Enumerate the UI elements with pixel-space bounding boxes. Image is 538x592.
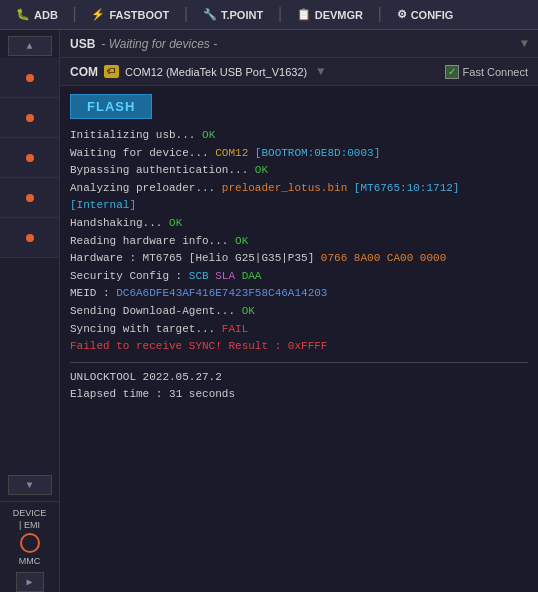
log-daa: DAA [235,270,261,282]
sidebar-scroll-down[interactable]: ▼ [8,475,52,495]
sidebar-item-3[interactable] [0,138,59,178]
log-waiting-text: Waiting for device... [70,147,215,159]
log-meid-value: DC6A6DFE43AF416E7423F58C46A14203 [116,287,327,299]
log-sending-text: Sending Download-Agent... [70,305,242,317]
usb-dropdown-arrow[interactable]: ▼ [521,37,528,51]
adb-icon: 🐛 [16,8,30,21]
devmgr-icon: 📋 [297,8,311,21]
log-line-11: Syncing with target... FAIL [70,321,528,339]
log-meid-text: MEID : [70,287,116,299]
main-layout: ▲ ▼ DEVICE | EMI MMC ▶ USB - Waiting for… [0,30,538,592]
log-fail-message: Failed to receive SYNC! Result : 0xFFFF [70,340,327,352]
sidebar-mmc-label: MMC [4,556,55,566]
log-reading-ok: OK [235,235,248,247]
log-syncing-fail: FAIL [222,323,248,335]
log-tool-version: UNLOCKTOOL 2022.05.27.2 [70,369,528,387]
log-bypass-ok: OK [255,164,268,176]
usb-label: USB [70,37,95,51]
sidebar-device-label: DEVICE [4,508,55,518]
com-icon: 🏷 [104,65,119,78]
flash-button[interactable]: FLASH [70,94,152,119]
log-line-12: Failed to receive SYNC! Result : 0xFFFF [70,338,528,356]
sidebar-items [0,58,59,473]
toolbar-fastboot[interactable]: ⚡ FASTBOOT [83,6,177,23]
sidebar-scroll-up[interactable]: ▲ [8,36,52,56]
config-icon: ⚙ [397,8,407,21]
emi-indicator [20,533,40,553]
fastboot-label: FASTBOOT [109,9,169,21]
tpoint-label: T.POINT [221,9,263,21]
sep-1: | [70,6,80,24]
log-line-2: Waiting for device... COM12 [BOOTROM:0E8… [70,145,528,163]
toolbar-devmgr[interactable]: 📋 DEVMGR [289,6,371,23]
log-line-10: Sending Download-Agent... OK [70,303,528,321]
log-init-text: Initializing usb... [70,129,202,141]
log-hardware-codes: 0766 8A00 CA00 0000 [321,252,446,264]
sidebar-dot-1 [26,74,34,82]
log-line-8: Security Config : SCB SLA DAA [70,268,528,286]
sidebar: ▲ ▼ DEVICE | EMI MMC ▶ [0,30,60,592]
usb-row: USB - Waiting for devices - ▼ [60,30,538,58]
log-bootrom: [BOOTROM:0E8D:0003] [248,147,380,159]
sep-2: | [181,6,191,24]
sidebar-item-5[interactable] [0,218,59,258]
sidebar-item-1[interactable] [0,58,59,98]
com-row: COM 🏷 COM12 (MediaTek USB Port_V1632) ▼ … [60,58,538,86]
log-divider [70,362,528,363]
fast-connect-label: Fast Connect [463,66,528,78]
log-preloader-bin: preloader_lotus.bin [222,182,347,194]
log-hardware-text: Hardware : MT6765 [Helio G25|G35|P35] [70,252,321,264]
adb-label: ADB [34,9,58,21]
com-label: COM [70,65,98,79]
usb-status: - Waiting for devices - [101,37,217,51]
log-line-7: Hardware : MT6765 [Helio G25|G35|P35] 07… [70,250,528,268]
sidebar-expand-button[interactable]: ▶ [16,572,44,592]
log-line-9: MEID : DC6A6DFE43AF416E7423F58C46A14203 [70,285,528,303]
toolbar-tpoint[interactable]: 🔧 T.POINT [195,6,271,23]
log-elapsed: Elapsed time : 31 seconds [70,386,528,404]
com-port-value: COM12 (MediaTek USB Port_V1632) [125,66,307,78]
sidebar-item-4[interactable] [0,178,59,218]
tpoint-icon: 🔧 [203,8,217,21]
log-scb: SCB [189,270,209,282]
toolbar-config[interactable]: ⚙ CONFIG [389,6,462,23]
fast-connect-container: ✓ Fast Connect [445,65,528,79]
log-area: Initializing usb... OK Waiting for devic… [60,123,538,592]
toolbar: 🐛 ADB | ⚡ FASTBOOT | 🔧 T.POINT | 📋 DEVMG… [0,0,538,30]
sidebar-dot-2 [26,114,34,122]
sep-3: | [275,6,285,24]
log-sla: SLA [209,270,235,282]
log-analyzing-text: Analyzing preloader... [70,182,222,194]
log-handshaking-text: Handshaking... [70,217,169,229]
content-area: USB - Waiting for devices - ▼ COM 🏷 COM1… [60,30,538,592]
log-syncing-text: Syncing with target... [70,323,222,335]
sidebar-dot-5 [26,234,34,242]
log-security-text: Security Config : [70,270,189,282]
sidebar-item-2[interactable] [0,98,59,138]
log-line-4: Analyzing preloader... preloader_lotus.b… [70,180,528,215]
log-sending-ok: OK [242,305,255,317]
log-line-5: Handshaking... OK [70,215,528,233]
fast-connect-checkbox[interactable]: ✓ [445,65,459,79]
log-bypass-text: Bypassing authentication... [70,164,255,176]
log-line-3: Bypassing authentication... OK [70,162,528,180]
log-reading-text: Reading hardware info... [70,235,235,247]
toolbar-adb[interactable]: 🐛 ADB [8,6,66,23]
com-dropdown-arrow[interactable]: ▼ [317,65,324,79]
log-com12: COM12 [215,147,248,159]
log-handshaking-ok: OK [169,217,182,229]
log-line-6: Reading hardware info... OK [70,233,528,251]
flash-area: FLASH [60,86,538,123]
config-label: CONFIG [411,9,454,21]
devmgr-label: DEVMGR [315,9,363,21]
log-line-1: Initializing usb... OK [70,127,528,145]
log-init-ok: OK [202,129,215,141]
fastboot-icon: ⚡ [91,8,105,21]
sidebar-dot-4 [26,194,34,202]
sidebar-dot-3 [26,154,34,162]
sidebar-emi-label: | EMI [4,520,55,530]
sep-4: | [375,6,385,24]
